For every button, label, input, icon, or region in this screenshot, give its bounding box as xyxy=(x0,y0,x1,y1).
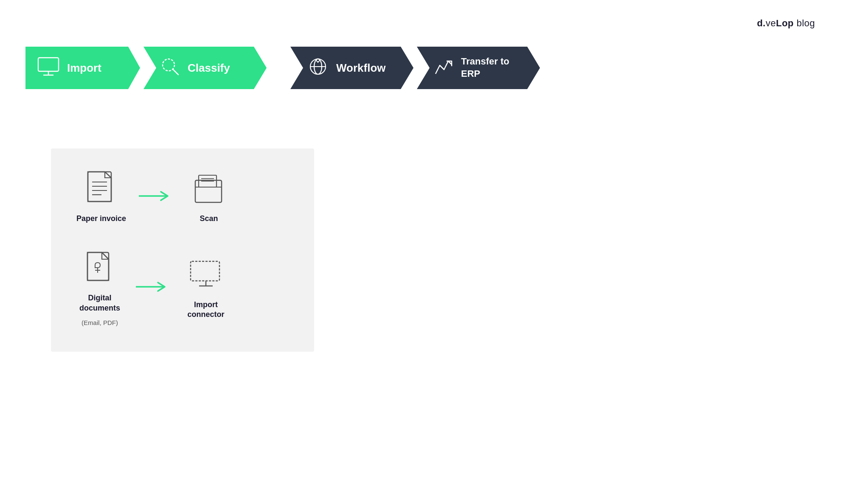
chevron-classify-content: Classify xyxy=(160,57,230,79)
erp-icon xyxy=(434,57,453,79)
chevron-transfer: Transfer toERP xyxy=(417,47,540,89)
monitor-icon xyxy=(37,57,59,79)
import-connector-label: Importconnector xyxy=(187,300,224,320)
brand-logo: d.veLop blog xyxy=(757,18,815,29)
transfer-label: Transfer toERP xyxy=(461,56,509,80)
detail-row-2: Digitaldocuments (Email, PDF) xyxy=(76,249,297,326)
paper-invoice-icon xyxy=(84,170,118,208)
scan-item: Scan xyxy=(186,170,232,224)
svg-line-4 xyxy=(173,70,179,75)
svg-rect-23 xyxy=(191,261,219,281)
brand-name: d.veLop xyxy=(757,18,794,28)
search-icon xyxy=(160,57,180,79)
detail-row-1: Paper invoice xyxy=(76,170,297,224)
scan-icon xyxy=(192,170,226,208)
workflow-area: Import Classify xyxy=(25,47,824,89)
chevron-workflow-content: Workflow xyxy=(307,57,386,79)
chevron-workflow: Workflow xyxy=(290,47,413,89)
chevron-import: Import xyxy=(25,47,140,89)
detail-panel: Paper invoice xyxy=(51,148,314,352)
paper-invoice-label: Paper invoice xyxy=(76,214,126,224)
import-connector-icon xyxy=(189,256,223,294)
network-icon xyxy=(307,57,329,79)
arrow-1 xyxy=(139,190,173,204)
classify-label: Classify xyxy=(188,62,230,75)
digital-docs-icon xyxy=(83,249,117,287)
scan-label: Scan xyxy=(200,214,218,224)
svg-rect-16 xyxy=(195,180,222,202)
workflow-label: Workflow xyxy=(336,62,386,75)
paper-invoice-item: Paper invoice xyxy=(76,170,126,224)
arrow-2 xyxy=(136,281,170,294)
import-connector-item: Importconnector xyxy=(183,256,229,320)
svg-rect-0 xyxy=(38,58,59,71)
chevron-classify: Classify xyxy=(143,47,267,89)
chevrons-row: Import Classify xyxy=(25,47,824,89)
digital-docs-sublabel: (Email, PDF) xyxy=(82,319,118,326)
digital-docs-label: Digitaldocuments xyxy=(79,293,120,313)
chevron-transfer-content: Transfer toERP xyxy=(434,56,509,80)
digital-docs-item: Digitaldocuments (Email, PDF) xyxy=(76,249,123,326)
chevron-import-content: Import xyxy=(37,57,101,79)
import-label: Import xyxy=(67,62,101,75)
